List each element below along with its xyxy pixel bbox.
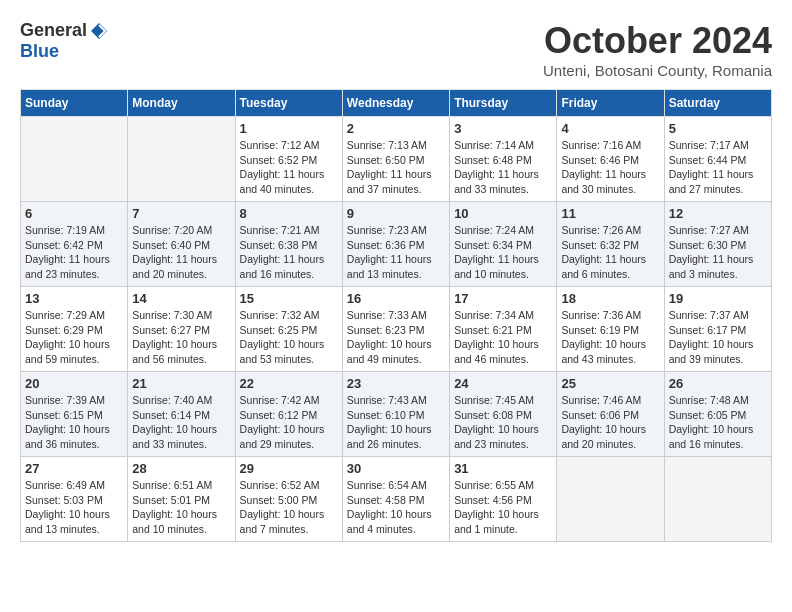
day-number: 19	[669, 291, 767, 306]
logo-icon	[89, 21, 109, 41]
day-number: 3	[454, 121, 552, 136]
calendar-day-cell: 19Sunrise: 7:37 AM Sunset: 6:17 PM Dayli…	[664, 287, 771, 372]
day-info: Sunrise: 7:45 AM Sunset: 6:08 PM Dayligh…	[454, 393, 552, 452]
calendar-day-cell	[21, 117, 128, 202]
calendar-day-cell	[128, 117, 235, 202]
day-info: Sunrise: 6:54 AM Sunset: 4:58 PM Dayligh…	[347, 478, 445, 537]
calendar-day-cell: 23Sunrise: 7:43 AM Sunset: 6:10 PM Dayli…	[342, 372, 449, 457]
calendar-week-row: 6Sunrise: 7:19 AM Sunset: 6:42 PM Daylig…	[21, 202, 772, 287]
calendar-day-cell: 20Sunrise: 7:39 AM Sunset: 6:15 PM Dayli…	[21, 372, 128, 457]
day-number: 15	[240, 291, 338, 306]
day-number: 1	[240, 121, 338, 136]
month-title: October 2024	[543, 20, 772, 62]
day-info: Sunrise: 7:32 AM Sunset: 6:25 PM Dayligh…	[240, 308, 338, 367]
day-info: Sunrise: 6:52 AM Sunset: 5:00 PM Dayligh…	[240, 478, 338, 537]
day-info: Sunrise: 7:29 AM Sunset: 6:29 PM Dayligh…	[25, 308, 123, 367]
calendar-day-cell: 6Sunrise: 7:19 AM Sunset: 6:42 PM Daylig…	[21, 202, 128, 287]
weekday-header: Monday	[128, 90, 235, 117]
day-info: Sunrise: 6:49 AM Sunset: 5:03 PM Dayligh…	[25, 478, 123, 537]
calendar-day-cell: 12Sunrise: 7:27 AM Sunset: 6:30 PM Dayli…	[664, 202, 771, 287]
day-info: Sunrise: 7:34 AM Sunset: 6:21 PM Dayligh…	[454, 308, 552, 367]
day-info: Sunrise: 7:12 AM Sunset: 6:52 PM Dayligh…	[240, 138, 338, 197]
calendar-day-cell: 17Sunrise: 7:34 AM Sunset: 6:21 PM Dayli…	[450, 287, 557, 372]
day-info: Sunrise: 7:17 AM Sunset: 6:44 PM Dayligh…	[669, 138, 767, 197]
page-header: General Blue October 2024 Unteni, Botosa…	[20, 20, 772, 79]
day-number: 13	[25, 291, 123, 306]
day-info: Sunrise: 7:23 AM Sunset: 6:36 PM Dayligh…	[347, 223, 445, 282]
day-info: Sunrise: 6:55 AM Sunset: 4:56 PM Dayligh…	[454, 478, 552, 537]
day-info: Sunrise: 6:51 AM Sunset: 5:01 PM Dayligh…	[132, 478, 230, 537]
weekday-header: Tuesday	[235, 90, 342, 117]
day-number: 21	[132, 376, 230, 391]
day-number: 16	[347, 291, 445, 306]
calendar-day-cell: 22Sunrise: 7:42 AM Sunset: 6:12 PM Dayli…	[235, 372, 342, 457]
calendar-table: SundayMondayTuesdayWednesdayThursdayFrid…	[20, 89, 772, 542]
calendar-day-cell: 29Sunrise: 6:52 AM Sunset: 5:00 PM Dayli…	[235, 457, 342, 542]
calendar-week-row: 20Sunrise: 7:39 AM Sunset: 6:15 PM Dayli…	[21, 372, 772, 457]
calendar-day-cell: 5Sunrise: 7:17 AM Sunset: 6:44 PM Daylig…	[664, 117, 771, 202]
day-info: Sunrise: 7:39 AM Sunset: 6:15 PM Dayligh…	[25, 393, 123, 452]
calendar-day-cell	[664, 457, 771, 542]
weekday-header: Sunday	[21, 90, 128, 117]
day-number: 6	[25, 206, 123, 221]
location-subtitle: Unteni, Botosani County, Romania	[543, 62, 772, 79]
day-number: 24	[454, 376, 552, 391]
day-number: 31	[454, 461, 552, 476]
calendar-day-cell: 3Sunrise: 7:14 AM Sunset: 6:48 PM Daylig…	[450, 117, 557, 202]
day-info: Sunrise: 7:46 AM Sunset: 6:06 PM Dayligh…	[561, 393, 659, 452]
day-info: Sunrise: 7:37 AM Sunset: 6:17 PM Dayligh…	[669, 308, 767, 367]
day-info: Sunrise: 7:21 AM Sunset: 6:38 PM Dayligh…	[240, 223, 338, 282]
day-number: 20	[25, 376, 123, 391]
calendar-week-row: 13Sunrise: 7:29 AM Sunset: 6:29 PM Dayli…	[21, 287, 772, 372]
day-number: 12	[669, 206, 767, 221]
day-info: Sunrise: 7:43 AM Sunset: 6:10 PM Dayligh…	[347, 393, 445, 452]
day-info: Sunrise: 7:14 AM Sunset: 6:48 PM Dayligh…	[454, 138, 552, 197]
day-info: Sunrise: 7:19 AM Sunset: 6:42 PM Dayligh…	[25, 223, 123, 282]
day-info: Sunrise: 7:26 AM Sunset: 6:32 PM Dayligh…	[561, 223, 659, 282]
calendar-day-cell: 11Sunrise: 7:26 AM Sunset: 6:32 PM Dayli…	[557, 202, 664, 287]
day-info: Sunrise: 7:40 AM Sunset: 6:14 PM Dayligh…	[132, 393, 230, 452]
logo: General Blue	[20, 20, 109, 62]
day-number: 5	[669, 121, 767, 136]
calendar-day-cell: 16Sunrise: 7:33 AM Sunset: 6:23 PM Dayli…	[342, 287, 449, 372]
day-number: 7	[132, 206, 230, 221]
weekday-header: Friday	[557, 90, 664, 117]
calendar-day-cell: 14Sunrise: 7:30 AM Sunset: 6:27 PM Dayli…	[128, 287, 235, 372]
day-info: Sunrise: 7:33 AM Sunset: 6:23 PM Dayligh…	[347, 308, 445, 367]
calendar-day-cell: 4Sunrise: 7:16 AM Sunset: 6:46 PM Daylig…	[557, 117, 664, 202]
day-number: 25	[561, 376, 659, 391]
day-number: 30	[347, 461, 445, 476]
day-number: 27	[25, 461, 123, 476]
day-info: Sunrise: 7:36 AM Sunset: 6:19 PM Dayligh…	[561, 308, 659, 367]
weekday-header: Saturday	[664, 90, 771, 117]
day-number: 8	[240, 206, 338, 221]
day-number: 10	[454, 206, 552, 221]
calendar-day-cell: 30Sunrise: 6:54 AM Sunset: 4:58 PM Dayli…	[342, 457, 449, 542]
calendar-day-cell: 26Sunrise: 7:48 AM Sunset: 6:05 PM Dayli…	[664, 372, 771, 457]
calendar-week-row: 1Sunrise: 7:12 AM Sunset: 6:52 PM Daylig…	[21, 117, 772, 202]
calendar-day-cell	[557, 457, 664, 542]
calendar-day-cell: 10Sunrise: 7:24 AM Sunset: 6:34 PM Dayli…	[450, 202, 557, 287]
calendar-day-cell: 2Sunrise: 7:13 AM Sunset: 6:50 PM Daylig…	[342, 117, 449, 202]
day-info: Sunrise: 7:48 AM Sunset: 6:05 PM Dayligh…	[669, 393, 767, 452]
calendar-day-cell: 9Sunrise: 7:23 AM Sunset: 6:36 PM Daylig…	[342, 202, 449, 287]
day-info: Sunrise: 7:30 AM Sunset: 6:27 PM Dayligh…	[132, 308, 230, 367]
day-info: Sunrise: 7:13 AM Sunset: 6:50 PM Dayligh…	[347, 138, 445, 197]
calendar-day-cell: 27Sunrise: 6:49 AM Sunset: 5:03 PM Dayli…	[21, 457, 128, 542]
day-info: Sunrise: 7:24 AM Sunset: 6:34 PM Dayligh…	[454, 223, 552, 282]
day-number: 28	[132, 461, 230, 476]
calendar-day-cell: 15Sunrise: 7:32 AM Sunset: 6:25 PM Dayli…	[235, 287, 342, 372]
day-number: 26	[669, 376, 767, 391]
calendar-day-cell: 24Sunrise: 7:45 AM Sunset: 6:08 PM Dayli…	[450, 372, 557, 457]
title-area: October 2024 Unteni, Botosani County, Ro…	[543, 20, 772, 79]
weekday-header-row: SundayMondayTuesdayWednesdayThursdayFrid…	[21, 90, 772, 117]
logo-general: General	[20, 20, 87, 41]
calendar-day-cell: 18Sunrise: 7:36 AM Sunset: 6:19 PM Dayli…	[557, 287, 664, 372]
day-number: 18	[561, 291, 659, 306]
calendar-day-cell: 1Sunrise: 7:12 AM Sunset: 6:52 PM Daylig…	[235, 117, 342, 202]
calendar-day-cell: 13Sunrise: 7:29 AM Sunset: 6:29 PM Dayli…	[21, 287, 128, 372]
calendar-day-cell: 7Sunrise: 7:20 AM Sunset: 6:40 PM Daylig…	[128, 202, 235, 287]
day-number: 2	[347, 121, 445, 136]
logo-blue: Blue	[20, 41, 59, 62]
calendar-day-cell: 28Sunrise: 6:51 AM Sunset: 5:01 PM Dayli…	[128, 457, 235, 542]
